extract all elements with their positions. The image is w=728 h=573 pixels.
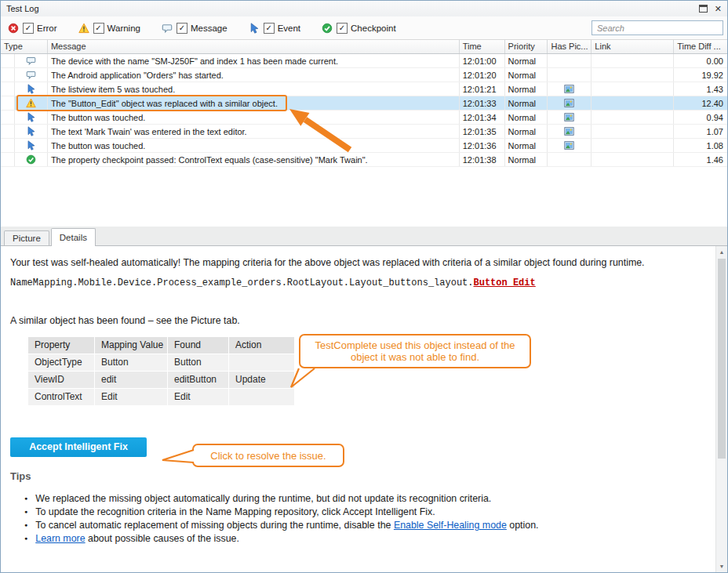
column-header-time[interactable]: Time: [460, 40, 505, 53]
mapping-col-property: Property: [28, 337, 95, 354]
warning-checkbox[interactable]: [93, 23, 104, 34]
tip-text: To cancel automatic replacement of missi…: [35, 519, 538, 532]
message-cell: The property checkpoint passed: ControlT…: [48, 153, 460, 166]
error-checkbox[interactable]: [23, 23, 34, 34]
mapping-cell: ViewID: [28, 372, 95, 389]
accept-intelligent-fix-button[interactable]: Accept Intelligent Fix: [10, 437, 147, 457]
bullet-icon: ●: [24, 491, 27, 505]
picture-icon[interactable]: [564, 99, 574, 107]
event-icon: [249, 23, 260, 34]
log-row[interactable]: The button was touched. 12:01:34 Normal …: [1, 111, 727, 125]
similar-object-text: A similar object has been found – see th…: [10, 315, 240, 326]
haspicture-cell: [548, 82, 592, 96]
timediff-cell: 0.00: [674, 54, 727, 67]
column-header-type[interactable]: Type: [1, 40, 48, 53]
event-icon: [26, 126, 36, 136]
warning-icon: [26, 98, 36, 108]
column-header-timediff[interactable]: Time Diff ...: [674, 40, 727, 53]
mapping-row: ObjectType Button Button: [28, 354, 295, 372]
message-icon: [26, 56, 36, 66]
mapping-col-action: Action: [229, 337, 295, 354]
haspicture-cell: [548, 153, 592, 166]
log-row[interactable]: The button was touched. 12:01:36 Normal …: [1, 139, 727, 153]
log-row[interactable]: The device with the name "SM-J250F" and …: [1, 54, 727, 68]
bullet-icon: ●: [24, 518, 27, 531]
log-row[interactable]: The property checkpoint passed: ControlT…: [1, 153, 727, 167]
event-icon: [26, 140, 36, 151]
scroll-up-icon[interactable]: ▲: [716, 246, 727, 258]
window-title: Test Log: [1, 4, 699, 13]
time-cell: 12:01:21: [460, 82, 505, 96]
tip-text: To update the recognition criteria in th…: [35, 506, 435, 519]
warning-icon: [78, 23, 89, 34]
tips-heading: Tips: [10, 470, 31, 482]
type-cell: [15, 82, 48, 96]
time-cell: 12:01:38: [460, 153, 505, 166]
column-header-link[interactable]: Link: [592, 40, 674, 53]
row-gutter: [1, 125, 15, 138]
haspicture-cell: [548, 68, 592, 82]
selfheal-intro: Your test was self-healed automatically!…: [10, 257, 645, 268]
mapping-col-mappingvalue: Mapping Value: [95, 337, 168, 354]
message-icon: [26, 70, 36, 80]
mapping-cell: Button: [95, 354, 168, 372]
column-header-priority[interactable]: Priority: [505, 40, 548, 53]
tip-item: ● To cancel automatic replacement of mis…: [24, 519, 539, 532]
tab-picture[interactable]: Picture: [4, 230, 49, 245]
type-cell: [15, 54, 48, 67]
log-row[interactable]: The listview item 5 was touched. 12:01:2…: [1, 82, 727, 96]
priority-cell: Normal: [505, 68, 548, 82]
picture-icon[interactable]: [564, 141, 574, 150]
tip-text: Learn more about possible causes of the …: [35, 532, 239, 546]
search-input[interactable]: [592, 20, 723, 35]
picture-icon[interactable]: [564, 127, 574, 136]
type-cell: [15, 111, 48, 124]
mapping-cell: [229, 354, 295, 372]
log-row-selected[interactable]: The "Button_Edit" object was replaced wi…: [1, 96, 727, 111]
time-cell: 12:01:20: [460, 68, 505, 82]
scroll-thumb[interactable]: [718, 259, 726, 459]
details-scrollbar[interactable]: ▲ ▼: [715, 246, 727, 572]
mapping-cell: editButton: [168, 372, 229, 389]
mapping-table-header: Property Mapping Value Found Action: [28, 337, 295, 354]
checkpoint-filter-label: Checkpoint: [351, 24, 396, 33]
column-header-haspicture[interactable]: Has Pic...: [548, 40, 592, 53]
message-cell: The text 'Mark Twain' was entered in the…: [48, 125, 460, 138]
tab-strip: Picture Details: [1, 227, 727, 245]
dock-window-icon[interactable]: [699, 5, 708, 13]
tip-text-pre: We replaced the missing object automatic…: [35, 493, 491, 504]
learn-more-link[interactable]: Learn more: [35, 533, 85, 544]
callout-object-bubble: TestComplete used this object instead of…: [299, 334, 531, 368]
tip-text-pre: To cancel automatic replacement of missi…: [35, 520, 394, 531]
message-checkbox[interactable]: [177, 23, 187, 34]
row-gutter: [1, 139, 15, 152]
picture-icon[interactable]: [564, 85, 574, 93]
timediff-cell: 1.08: [674, 139, 727, 152]
close-icon[interactable]: ✕: [715, 5, 722, 13]
tab-details[interactable]: Details: [51, 228, 96, 246]
filter-checkpoint: Checkpoint: [322, 23, 396, 34]
checkpoint-checkbox[interactable]: [337, 23, 348, 34]
priority-cell: Normal: [505, 96, 548, 110]
log-row[interactable]: The text 'Mark Twain' was entered in the…: [1, 125, 727, 139]
link-cell: [592, 125, 674, 138]
type-cell: [15, 139, 48, 152]
time-cell: 12:01:33: [460, 96, 505, 110]
timediff-cell: 0.94: [674, 111, 727, 124]
log-grid: Type Message Time Priority Has Pic... Li…: [1, 40, 727, 227]
enable-selfhealing-link[interactable]: Enable Self-Healing mode: [394, 520, 507, 531]
link-cell: [592, 82, 674, 96]
column-header-message[interactable]: Message: [48, 40, 460, 53]
event-checkbox[interactable]: [264, 23, 275, 34]
mapping-path-highlight: Button_Edit: [474, 277, 536, 288]
priority-cell: Normal: [505, 125, 548, 138]
haspicture-cell: [548, 139, 592, 152]
error-filter-label: Error: [37, 24, 57, 33]
picture-icon[interactable]: [564, 113, 574, 121]
scroll-down-icon[interactable]: ▼: [716, 560, 727, 572]
event-filter-label: Event: [278, 24, 300, 33]
mapping-cell: Update: [229, 372, 295, 389]
event-icon: [26, 84, 36, 94]
log-row[interactable]: The Android application "Orders" has sta…: [1, 68, 727, 82]
timediff-cell: 1.07: [674, 125, 727, 138]
